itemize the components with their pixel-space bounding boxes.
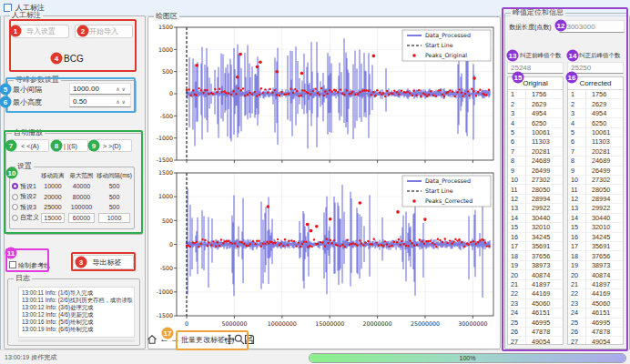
table-row[interactable]: 926499 (568, 167, 623, 176)
table-row[interactable]: 720281 (508, 147, 563, 157)
table-row[interactable]: 1532010 (568, 223, 623, 232)
min-height-spinner[interactable]: 0.50 ∧∨ (69, 96, 131, 107)
preset-radio[interactable] (12, 204, 18, 210)
preset-name: 预设2 (20, 192, 36, 201)
table-row[interactable]: 1329922 (568, 204, 623, 213)
table-row[interactable]: 2446151 (568, 308, 623, 318)
svg-text:Peaks_Original: Peaks_Original (425, 52, 467, 59)
preset-radio[interactable] (12, 215, 18, 221)
after-count-field[interactable]: 25250 (567, 62, 624, 74)
log-output[interactable]: 13:00:11 Info: (1/6)导入完成13:00:11 Info: (… (18, 287, 135, 338)
preset-row[interactable]: 预设11000040000500 (10, 181, 132, 192)
table-row[interactable]: 2345060 (568, 299, 623, 308)
table-row[interactable]: 510061 (508, 128, 563, 137)
table-row[interactable]: 1128050 (568, 185, 623, 194)
table-row[interactable]: 1532010 (508, 223, 563, 232)
table-row[interactable]: 611303 (568, 137, 623, 147)
save-icon[interactable] (243, 333, 255, 346)
table-row[interactable]: 2546995 (568, 318, 623, 328)
preset-value-input[interactable]: 60000 (68, 213, 95, 223)
preset-row[interactable]: 预设325000100000500 (10, 202, 132, 213)
table-row[interactable]: 2040874 (568, 270, 623, 279)
table-row[interactable]: 1634245 (568, 233, 623, 242)
table-row[interactable]: 2647878 (508, 328, 563, 337)
table-row[interactable]: 1837656 (508, 251, 563, 260)
table-row[interactable]: 1938973 (568, 261, 623, 270)
table-row[interactable]: 2040874 (508, 270, 563, 279)
table-row[interactable]: 1735691 (568, 242, 623, 251)
table-row[interactable]: 611303 (508, 137, 563, 147)
table-row[interactable]: 46250 (508, 118, 563, 127)
table-row[interactable]: 1128050 (508, 185, 563, 194)
import-settings-button[interactable]: 导入设置 (13, 25, 69, 38)
original-peaks-table[interactable]: Original 1175622629349544625051006161130… (507, 76, 564, 345)
data-length-field[interactable]: 33003000 (559, 20, 625, 33)
export-labels-button[interactable]: 导出标签 (73, 255, 134, 269)
table-row[interactable]: 1228994 (508, 195, 563, 204)
forward-icon[interactable]: → (169, 332, 181, 345)
before-count-field[interactable]: 25248 (507, 62, 564, 74)
table-row[interactable]: 22629 (568, 99, 623, 108)
svg-text:25000000: 25000000 (411, 320, 440, 327)
table-row[interactable]: 1027302 (508, 176, 563, 185)
draw-refline-checkbox[interactable] (9, 261, 16, 268)
preset-value-input[interactable]: 1000 (98, 213, 130, 223)
corrected-peaks-table[interactable]: Corrected 117562262934954462505100616113… (567, 76, 624, 345)
table-row[interactable]: 510061 (568, 128, 623, 137)
preset-value-input[interactable]: 15000 (41, 213, 65, 223)
table-row[interactable]: 1430440 (568, 214, 623, 223)
preset-radio[interactable] (12, 183, 18, 189)
log-hscrollbar[interactable] (18, 339, 135, 342)
svg-text:1000: 1000 (158, 46, 173, 53)
svg-text:-1500: -1500 (157, 312, 173, 318)
autoplay-prev-button[interactable]: < <(A) (11, 139, 49, 152)
table-row[interactable]: 2647878 (568, 328, 623, 337)
table-row[interactable]: 1430440 (508, 214, 563, 223)
table-row[interactable]: 46250 (568, 118, 623, 127)
table-row[interactable]: 2749054 (508, 337, 563, 345)
table-row[interactable]: 11756 (508, 90, 563, 99)
table-row[interactable]: 1634245 (508, 233, 563, 242)
table-row[interactable]: 11756 (568, 90, 623, 99)
table-row[interactable]: 1329922 (508, 204, 563, 213)
autoplay-settings-label: 设置 (15, 162, 34, 171)
start-import-button[interactable]: 开始导入 (75, 25, 133, 38)
log-line: 13:00:11 Info: (1/6)导入完成 (22, 289, 131, 297)
preset-radio[interactable] (12, 194, 18, 200)
table-row[interactable]: 824689 (568, 157, 623, 166)
spinner-arrows-icon[interactable]: ∧∨ (116, 86, 127, 92)
table-row[interactable]: 1027302 (568, 176, 623, 185)
log-line: 13:00:11 Info: (2/6)找到历史存档，成功读取 (22, 297, 131, 304)
table-row[interactable]: 2141897 (568, 280, 623, 289)
svg-text:Peaks_Corrected: Peaks_Corrected (425, 197, 472, 205)
table-row[interactable]: 1228994 (568, 195, 623, 204)
spinner-arrows-icon[interactable]: ∧∨ (116, 98, 127, 105)
table-row[interactable]: 2141897 (508, 280, 563, 289)
table-row[interactable]: 2546995 (508, 318, 563, 328)
preset-row[interactable]: 自定义15000600001000 (10, 213, 132, 224)
min-interval-spinner[interactable]: 1000.00 ∧∨ (69, 83, 131, 95)
table-row[interactable]: 824689 (508, 157, 563, 166)
table-row[interactable]: 720281 (568, 147, 623, 157)
table-row[interactable]: 1837656 (568, 251, 623, 260)
min-interval-value: 1000.00 (73, 85, 99, 93)
preset-value: 500 (97, 204, 132, 210)
preset-row[interactable]: 预设22000080000500 (10, 192, 132, 203)
table-row[interactable]: 2749054 (568, 337, 623, 345)
table-row[interactable]: 34954 (568, 109, 623, 118)
table-row[interactable]: 926499 (508, 167, 563, 176)
home-icon[interactable] (146, 333, 158, 346)
autoplay-pause-button[interactable]: | |(S) (53, 139, 88, 152)
plots-canvas[interactable]: 150010005000-500-1000-1500Data_Processed… (148, 18, 498, 331)
table-row[interactable]: 2446151 (508, 308, 563, 318)
table-row[interactable]: 22629 (508, 99, 563, 108)
table-row[interactable]: 1938973 (508, 261, 563, 270)
table-row[interactable]: 2244169 (508, 289, 563, 298)
table-row[interactable]: 2345060 (508, 299, 563, 308)
autoplay-next-button[interactable]: > >(D) (92, 139, 132, 152)
svg-text:-1500: -1500 (157, 157, 173, 163)
table-row[interactable]: 2244169 (568, 289, 623, 298)
svg-text:Start Line: Start Line (425, 42, 453, 48)
table-row[interactable]: 34954 (508, 109, 563, 118)
table-row[interactable]: 1735691 (508, 242, 563, 251)
